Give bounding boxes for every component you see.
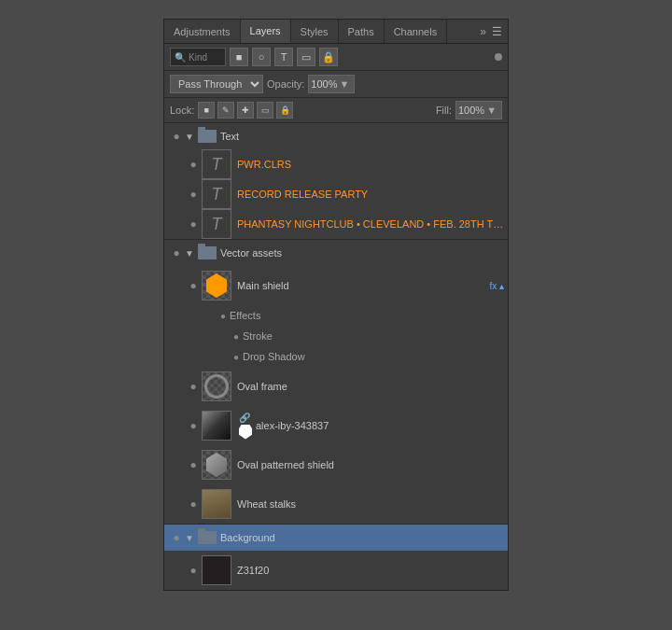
thumb-oval-frame <box>202 371 231 401</box>
group-vector-assets[interactable]: ● ▼ Vector assets <box>164 240 508 266</box>
shield-badge <box>239 425 252 440</box>
opacity-value[interactable]: 100% ▼ <box>308 75 355 93</box>
fx-badge-main-shield: fx ▴ <box>489 281 504 291</box>
tab-layers[interactable]: Layers <box>241 20 291 43</box>
filter-shape-icon[interactable]: ▭ <box>297 48 315 66</box>
lock-artboard-icon[interactable]: ▭ <box>257 102 273 119</box>
layers-list: ● ▼ Text ● T PWR.CLRS ● T RECORD RELEASE… <box>164 123 508 590</box>
layer-wheat-stalks[interactable]: ● Wheat stalks <box>164 484 508 524</box>
expand-vector-group[interactable]: ▼ <box>185 248 198 259</box>
group-background[interactable]: ● ▼ Background <box>164 525 508 551</box>
name-alex-iby: alex-iby-343837 <box>256 420 329 431</box>
layer-alex-iby[interactable]: ● 🔗 alex-iby-343837 <box>164 406 508 445</box>
menu-icon[interactable]: ☰ <box>492 25 502 38</box>
layers-panel: Adjustments Layers Styles Paths Channels… <box>163 19 509 591</box>
eye-wheat-stalks[interactable]: ● <box>185 496 202 512</box>
tab-adjustments[interactable]: Adjustments <box>164 20 241 43</box>
lock-draw-icon[interactable]: ✎ <box>217 102 234 119</box>
eye-stroke[interactable]: ● <box>230 329 243 343</box>
lock-move-icon[interactable]: ✚ <box>237 102 254 119</box>
eye-text-group[interactable]: ● <box>168 128 185 145</box>
eye-drop-shadow[interactable]: ● <box>230 350 243 363</box>
stroke-row[interactable]: ● Stroke <box>164 326 508 346</box>
eye-z31f20[interactable]: ● <box>185 562 202 579</box>
lock-icons-group: ■ ✎ ✚ ▭ 🔒 <box>198 102 293 119</box>
filter-type-icon[interactable]: T <box>274 48 293 66</box>
layer-phantasy[interactable]: ● T PHANTASY NIGHTCLUB • CLEVELAND • FEB… <box>164 209 508 239</box>
lock-toolbar: Lock: ■ ✎ ✚ ▭ 🔒 Fill: 100% ▼ <box>164 98 508 123</box>
blend-toolbar: Pass Through Opacity: 100% ▼ <box>164 71 508 98</box>
tab-channels[interactable]: Channels <box>385 20 447 43</box>
main-shield-info: Main shield fx ▴ <box>237 280 504 291</box>
lock-label: Lock: <box>170 105 194 116</box>
tab-styles[interactable]: Styles <box>291 20 339 43</box>
group-text[interactable]: ● ▼ Text <box>164 123 508 149</box>
filter-smart-icon[interactable]: 🔒 <box>319 48 338 66</box>
drop-shadow-row[interactable]: ● Drop Shadow <box>164 346 508 367</box>
eye-vector-group[interactable]: ● <box>168 245 185 261</box>
expand-text-group[interactable]: ▼ <box>185 132 198 142</box>
kind-label: Kind <box>189 52 207 63</box>
name-pwr-clrs: PWR.CLRS <box>237 159 291 170</box>
filter-adjust-icon[interactable]: ○ <box>252 48 271 66</box>
thumb-phantasy: T <box>202 209 231 239</box>
name-wheat-stalks: Wheat stalks <box>237 498 296 510</box>
name-phantasy: PHANTASY NIGHTCLUB • CLEVELAND • FEB. 28… <box>237 218 504 230</box>
search-icon: 🔍 <box>175 52 186 63</box>
tab-paths[interactable]: Paths <box>339 20 385 43</box>
eye-record-release[interactable]: ● <box>185 186 202 203</box>
layer-oval-frame[interactable]: ● Oval frame <box>164 367 508 406</box>
fill-label: Fill: <box>436 105 452 116</box>
layer-oval-patterned[interactable]: ● Oval patterned shield <box>164 445 508 484</box>
eye-main-shield[interactable]: ● <box>185 277 202 294</box>
eye-pwr-clrs[interactable]: ● <box>185 156 202 173</box>
effects-group-row[interactable]: ● Effects <box>164 305 508 326</box>
expand-icon[interactable]: » <box>480 25 486 38</box>
eye-phantasy[interactable]: ● <box>185 216 202 232</box>
blend-mode-select[interactable]: Pass Through <box>170 75 263 93</box>
eye-oval-frame[interactable]: ● <box>185 378 202 395</box>
eye-effects-group[interactable]: ● <box>217 309 230 322</box>
panel-tabs: Adjustments Layers Styles Paths Channels… <box>164 20 508 44</box>
name-z31f20: Z31f20 <box>237 565 269 576</box>
filter-pixel-icon[interactable]: ■ <box>230 48 248 66</box>
name-oval-frame: Oval frame <box>237 381 287 392</box>
chain-icon: 🔗 <box>239 413 250 423</box>
thumb-z31f20 <box>202 555 231 585</box>
filter-toolbar: 🔍 Kind ■ ○ T ▭ 🔒 <box>164 44 508 71</box>
eye-alex-iby[interactable]: ● <box>185 417 202 434</box>
layer-main-shield[interactable]: ● Main shield fx ▴ <box>164 266 508 305</box>
opacity-label: Opacity: <box>267 78 304 90</box>
lock-all-icon[interactable]: 🔒 <box>276 102 293 119</box>
fill-value[interactable]: 100% ▼ <box>455 101 502 119</box>
layer-pwr-clrs[interactable]: ● T PWR.CLRS <box>164 149 508 179</box>
thumb-oval-patterned <box>202 450 231 480</box>
folder-vector-icon <box>198 246 217 259</box>
folder-background-icon <box>198 531 217 544</box>
thumb-pwr-clrs: T <box>202 149 231 179</box>
vector-group-name: Vector assets <box>220 247 282 259</box>
layer-record-release[interactable]: ● T RECORD RELEASE PARTY <box>164 179 508 209</box>
thumb-record-release: T <box>202 179 231 209</box>
filter-active-dot <box>495 53 502 61</box>
eye-background-group[interactable]: ● <box>168 529 185 546</box>
background-group-name: Background <box>220 532 275 543</box>
thumb-wheat-stalks <box>202 489 231 519</box>
thumb-alex-iby-photo <box>202 411 231 441</box>
name-oval-patterned: Oval patterned shield <box>237 459 334 470</box>
text-group-name: Text <box>220 131 239 142</box>
filter-type-box: 🔍 Kind <box>170 48 226 66</box>
drop-shadow-label: Drop Shadow <box>243 351 305 362</box>
layer-z31f20[interactable]: ● Z31f20 <box>164 551 508 590</box>
stroke-label: Stroke <box>243 330 273 342</box>
expand-background-group[interactable]: ▼ <box>185 533 198 543</box>
name-main-shield: Main shield <box>237 280 289 291</box>
name-record-release: RECORD RELEASE PARTY <box>237 189 368 200</box>
effects-group-label: Effects <box>230 310 260 321</box>
eye-oval-patterned[interactable]: ● <box>185 456 202 473</box>
folder-text-icon <box>198 130 217 143</box>
lock-pixels-icon[interactable]: ■ <box>198 102 215 119</box>
thumb-main-shield <box>202 271 231 301</box>
